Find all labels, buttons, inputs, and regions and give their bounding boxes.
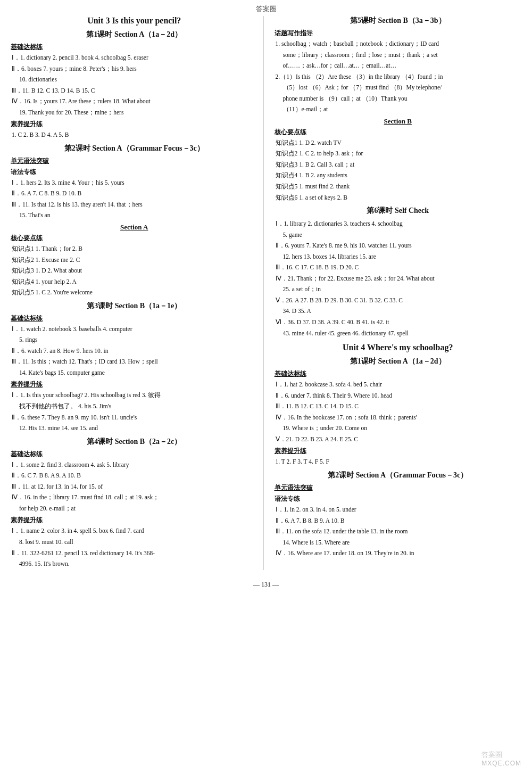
l4s1-item3: Ⅳ．16. in the；library 17. must find 18. c…	[11, 492, 258, 503]
r5s1-item1: some；library；classroom；find；lose；must；th…	[275, 50, 522, 61]
l1s1-item1: Ⅱ．6. boxes 7. yours；mine 8. Peter's；his …	[11, 64, 258, 75]
l3s1-item3: Ⅲ．11. Is this；watch 12. That's；ID card 1…	[11, 357, 258, 367]
l3s2-item1: 找不到他的书包了。 4. his 5. Jim's	[11, 401, 258, 412]
u4l1-item0: Ⅰ．1. hat 2. bookcase 3. sofa 4. bed 5. c…	[275, 380, 522, 390]
r6-item5: Ⅳ．21. Thank；for 22. Excuse me 23. ask；fo…	[275, 274, 522, 284]
l4s1-item2: Ⅲ．11. at 12. for 13. in 14. for 15. of	[11, 482, 258, 492]
l4s1-item1: Ⅱ．6. C 7. B 8. A 9. A 10. B	[11, 471, 258, 481]
r5s1-item3: 2.（1）Is this （2）Are these （3）in the libr…	[275, 72, 522, 83]
r6-item3: 12. hers 13. boxes 14. libraries 15. are	[275, 252, 522, 262]
lesson3-s1-label: 基础达标练	[11, 314, 258, 323]
r5s2-item0: 知识点1 1. D 2. watch TV	[275, 138, 522, 149]
lesson5-title: 第5课时 Section B（3a－3b）	[275, 16, 522, 26]
lesson4-s1-label: 基础达标练	[11, 450, 258, 459]
l3s2-item3: 12. His 13. mine 14. see 15. and	[11, 423, 258, 434]
lesson4-s2-label: 素养提升练	[11, 516, 258, 525]
u4l2-item3: 14. Where is 15. Where are	[275, 538, 522, 548]
lesson1-section1-label: 基础达标练	[11, 43, 258, 52]
watermark: 答案圈 MXQE.COM	[481, 750, 521, 767]
l1s1-item2: 10. dictionaries	[11, 75, 258, 85]
l2s2-item1: 知识点2 1. Excuse me 2. C	[11, 255, 258, 266]
unit4-lesson2-title: 第2课时 Section A（Grammar Focus－3c）	[275, 471, 522, 480]
lesson1-section2-label: 素养提升练	[11, 120, 258, 129]
l1s2-item0: 1. C 2. B 3. D 4. A 5. B	[11, 130, 258, 141]
r5s1-item4: （5）lost （6）Ask；for （7）must find （8）My te…	[275, 83, 522, 93]
u4l2-s1-label: 单元语法突破	[275, 483, 522, 492]
l2s1-item3: 15. That's an	[11, 210, 258, 221]
l4s2-item2: Ⅱ．11. 322-6261 12. pencil 13. red dictio…	[11, 548, 258, 559]
l1s1-item5: 19. Thank you for 20. These；mine；hers	[11, 108, 258, 118]
l2s1-item2: Ⅲ．11. Is that 12. is his 13. they aren't…	[11, 200, 258, 210]
l3s2-item0: Ⅰ．1. Is this your schoolbag? 2. His scho…	[11, 390, 258, 401]
u4l2-item2: Ⅲ．11. on the sofa 12. under the table 13…	[275, 526, 522, 537]
u4l1-item4: 19. Where is；under 20. Come on	[275, 423, 522, 434]
r5s1-item0: 1. schoolbag；watch；baseball；notebook；dic…	[275, 39, 522, 50]
left-column: Unit 3 Is this your pencil? 第1课时 Section…	[11, 16, 264, 570]
u4l2-item0: Ⅰ．1. in 2. on 3. in 4. on 5. under	[275, 505, 522, 515]
unit3-title: Unit 3 Is this your pencil?	[11, 16, 258, 26]
right-column: 第5课时 Section B（3a－3b） 话题写作指导 1. schoolba…	[269, 16, 522, 570]
l4s2-item1: 8. lost 9. must 10. call	[11, 537, 258, 548]
r5s2-item5: 知识点6 1. a set of keys 2. B	[275, 193, 522, 203]
l3s1-item2: Ⅱ．6. watch 7. an 8. How 9. hers 10. in	[11, 346, 258, 357]
l3s1-item4: 14. Kate's bags 15. computer game	[11, 368, 258, 378]
lesson5-s2-label: Section B	[275, 117, 522, 126]
lesson2-s2-label: Section A	[11, 223, 258, 232]
lesson5-s2-sub: 核心要点练	[275, 128, 522, 137]
u4l2-item4: Ⅳ．16. Where are 17. under 18. on 19. The…	[275, 548, 522, 559]
unit4-title: Unit 4 Where's my schoolbag?	[275, 343, 522, 352]
r6-item7: Ⅴ．26. A 27. B 28. D 29. B 30. C 31. B 32…	[275, 295, 522, 306]
r5s2-item2: 知识点3 1. B 2. Call 3. call；at	[275, 160, 522, 170]
r5s2-item1: 知识点2 1. C 2. to help 3. ask；for	[275, 149, 522, 159]
lesson4-title: 第4课时 Section B（2a－2c）	[11, 437, 258, 447]
r5s1-item5: phone number is （9）call；at （10）Thank you	[275, 94, 522, 104]
r6-item9: Ⅵ．36. D 37. D 38. A 39. C 40. B 41. is 4…	[275, 317, 522, 328]
r6-item4: Ⅲ．16. C 17. C 18. B 19. D 20. C	[275, 262, 522, 273]
l2s2-item0: 知识点1 1. Thank；for 2. B	[11, 244, 258, 254]
l2s1-item0: Ⅰ．1. hers 2. Its 3. mine 4. Your；his 5. …	[11, 178, 258, 188]
page-number: — 131 —	[0, 581, 532, 589]
l1s1-item4: Ⅳ．16. Is；yours 17. Are these；rulers 18. …	[11, 96, 258, 107]
u4l1-item5: Ⅴ．21. D 22. B 23. A 24. E 25. C	[275, 434, 522, 445]
l3s2-item2: Ⅱ．6. these 7. They 8. an 9. my 10. isn't…	[11, 413, 258, 423]
l1s1-item0: Ⅰ．1. dictionary 2. pencil 3. book 4. sch…	[11, 53, 258, 63]
r6-item8: 34. D 35. A	[275, 306, 522, 317]
lesson3-s2-label: 素养提升练	[11, 380, 258, 389]
r5s2-item4: 知识点5 1. must find 2. thank	[275, 182, 522, 192]
lesson5-s1-label: 话题写作指导	[275, 29, 522, 38]
u4l1-item2: Ⅲ．11. B 12. C 13. C 14. D 15. C	[275, 401, 522, 412]
u4l1-s2-item0: 1. T 2. F 3. T 4. F 5. F	[275, 457, 522, 467]
l2s1-item1: Ⅱ．6. A 7. C 8. B 9. D 10. B	[11, 188, 258, 199]
u4l1-item1: Ⅱ．6. under 7. think 8. Their 9. Where 10…	[275, 391, 522, 401]
l2s2-item4: 知识点5 1. C 2. You're welcome	[11, 287, 258, 298]
r5s2-item3: 知识点4 1. B 2. any students	[275, 170, 522, 181]
lesson2-title: 第2课时 Section A（Grammar Focus－3c）	[11, 144, 258, 153]
l3s1-item1: 5. rings	[11, 335, 258, 345]
l1s1-item3: Ⅲ．11. B 12. C 13. D 14. B 15. C	[11, 86, 258, 96]
u4l2-item1: Ⅱ．6. A 7. B 8. B 9. A 10. B	[275, 516, 522, 526]
l2s2-item3: 知识点4 1. your help 2. A	[11, 277, 258, 287]
u4l1-s1-label: 基础达标练	[275, 369, 522, 378]
lesson2-s2-sub: 核心要点练	[11, 234, 258, 243]
lesson3-title: 第3课时 Section B（1a－1e）	[11, 301, 258, 311]
l3s1-item0: Ⅰ．1. watch 2. notebook 3. baseballs 4. c…	[11, 324, 258, 335]
r5s1-item6: （11）e-mail；at	[275, 104, 522, 115]
l2s2-item2: 知识点3 1. D 2. What about	[11, 266, 258, 276]
r6-item10: 43. mine 44. ruler 45. green 46. diction…	[275, 328, 522, 339]
l4s2-item0: Ⅰ．1. name 2. color 3. in 4. spell 5. box…	[11, 526, 258, 537]
unit4-lesson1-title: 第1课时 Section A（1a－2d）	[275, 357, 522, 366]
lesson2-s1-sub: 语法专练	[11, 168, 258, 177]
u4l2-s1-sub: 语法专练	[275, 494, 522, 504]
l4s2-item3: 4996. 15. It's brown.	[11, 559, 258, 570]
r5s1-item2: of……；ask…for；call…at…；email…at…	[275, 61, 522, 71]
r6-item2: Ⅱ．6. yours 7. Kate's 8. me 9. his 10. wa…	[275, 241, 522, 251]
r6-item1: 5. game	[275, 230, 522, 241]
lesson1-title: 第1课时 Section A（1a－2d）	[11, 30, 258, 39]
lesson6-title: 第6课时 Self Check	[275, 206, 522, 216]
l4s1-item4: for help 20. e-mail；at	[11, 504, 258, 514]
l4s1-item0: Ⅰ．1. some 2. find 3. classroom 4. ask 5.…	[11, 460, 258, 471]
r6-item0: Ⅰ．1. library 2. dictionaries 3. teachers…	[275, 219, 522, 229]
lesson2-s1-label: 单元语法突破	[11, 156, 258, 166]
logo: 答案圈	[256, 4, 277, 14]
u4l1-item3: Ⅳ．16. In the bookcase 17. on；sofa 18. th…	[275, 413, 522, 423]
